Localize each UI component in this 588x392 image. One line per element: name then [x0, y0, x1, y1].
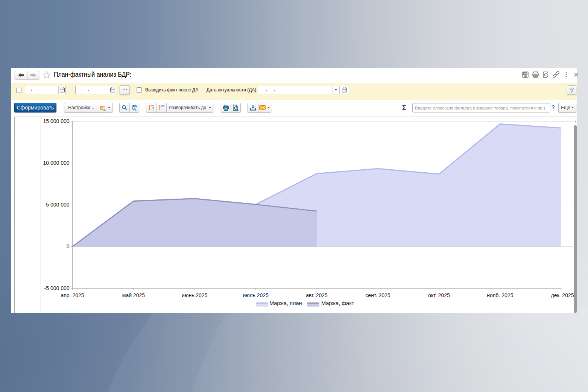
svg-text:апр. 2025: апр. 2025 — [61, 292, 84, 298]
svg-text:май 2025: май 2025 — [122, 292, 145, 298]
svg-text:нояб. 2025: нояб. 2025 — [487, 292, 513, 298]
svg-text:-5 000 000: -5 000 000 — [44, 285, 70, 291]
svg-text:15 000 000: 15 000 000 — [43, 118, 69, 124]
svg-text:окт. 2025: окт. 2025 — [428, 292, 450, 298]
svg-text:дек. 2025: дек. 2025 — [551, 292, 574, 298]
svg-text:авг. 2025: авг. 2025 — [306, 292, 328, 298]
svg-text:июль 2025: июль 2025 — [243, 292, 269, 298]
svg-text:10 000 000: 10 000 000 — [43, 160, 69, 166]
svg-text:сент. 2025: сент. 2025 — [365, 292, 390, 298]
svg-text:0: 0 — [67, 243, 70, 249]
svg-text:5 000 000: 5 000 000 — [46, 202, 69, 208]
svg-text:июнь 2025: июнь 2025 — [182, 292, 208, 298]
